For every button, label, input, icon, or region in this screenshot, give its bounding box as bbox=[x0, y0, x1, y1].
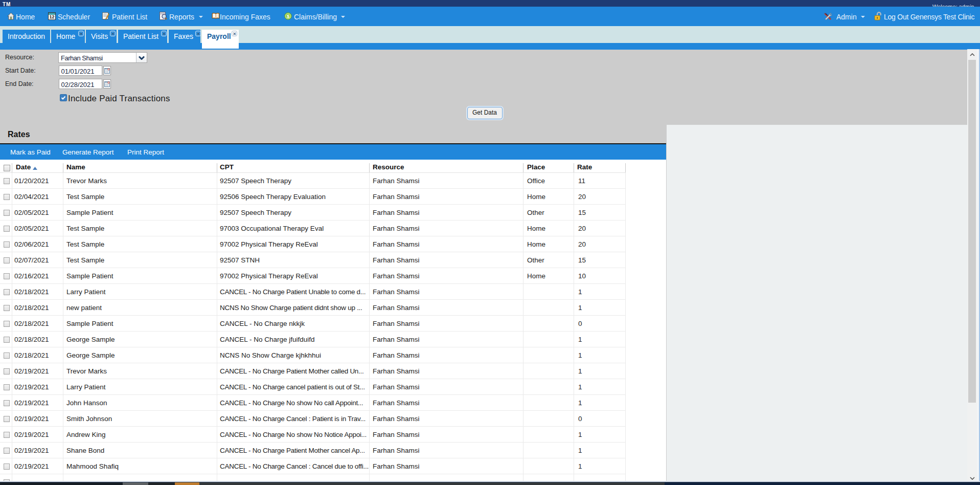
svg-text:12: 12 bbox=[49, 14, 54, 19]
svg-text:$: $ bbox=[287, 14, 290, 19]
